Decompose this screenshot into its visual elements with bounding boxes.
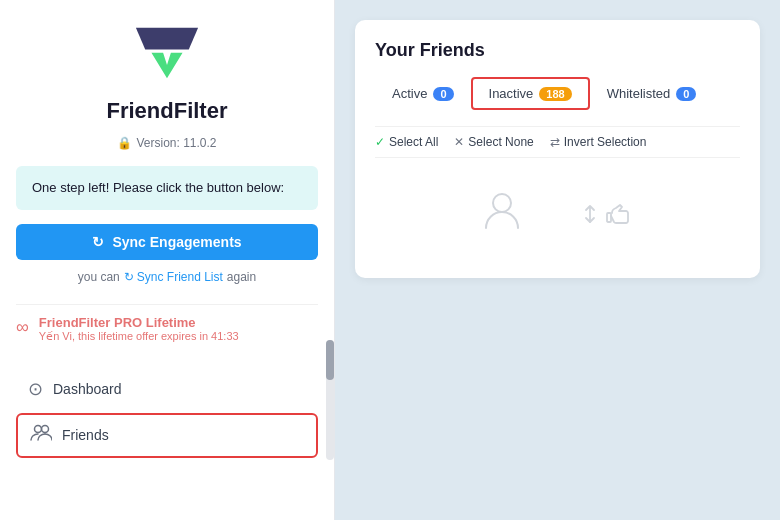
invert-selection-button[interactable]: ⇄ Invert Selection	[550, 135, 647, 149]
app-title: FriendFilter	[106, 98, 227, 124]
select-all-label: Select All	[389, 135, 438, 149]
svg-marker-0	[136, 28, 198, 50]
tab-inactive[interactable]: Inactive 188	[471, 77, 590, 110]
sync-engagements-button[interactable]: ↻ Sync Engagements	[16, 224, 318, 260]
dashboard-icon: ⊙	[28, 378, 43, 400]
scrollbar-thumb	[326, 340, 334, 380]
x-icon: ✕	[454, 135, 464, 149]
empty-sort-icon	[580, 200, 632, 228]
svg-rect-5	[607, 213, 611, 222]
svg-point-4	[493, 194, 511, 212]
svg-point-3	[42, 425, 49, 432]
empty-content-area	[375, 170, 740, 258]
friends-card: Your Friends Active 0 Inactive 188 White…	[355, 20, 760, 278]
info-message: One step left! Please click the button b…	[16, 166, 318, 210]
svg-marker-1	[151, 53, 182, 79]
nav-section: ⊙ Dashboard Friends	[16, 361, 318, 462]
sync-small-icon: ↻	[124, 270, 134, 284]
promo-title: FriendFilter PRO Lifetime	[39, 315, 239, 330]
tab-inactive-label: Inactive	[489, 86, 534, 101]
sidebar: FriendFilter 🔒 Version: 11.0.2 One step …	[0, 0, 335, 520]
app-logo	[127, 20, 207, 90]
promo-item: ∞ FriendFilter PRO Lifetime Yến Vi, this…	[16, 315, 318, 343]
select-none-button[interactable]: ✕ Select None	[454, 135, 533, 149]
lock-icon: 🔒	[117, 136, 132, 150]
svg-point-2	[35, 425, 42, 432]
promo-section: ∞ FriendFilter PRO Lifetime Yến Vi, this…	[16, 304, 318, 353]
tab-whitelisted[interactable]: Whitelisted 0	[590, 78, 714, 109]
tab-active[interactable]: Active 0	[375, 78, 471, 109]
check-icon: ✓	[375, 135, 385, 149]
select-none-label: Select None	[468, 135, 533, 149]
select-all-button[interactable]: ✓ Select All	[375, 135, 438, 149]
infinity-icon: ∞	[16, 317, 29, 338]
sidebar-item-label-dashboard: Dashboard	[53, 381, 122, 397]
sync-friend-list-row: you can ↻ Sync Friend List again	[78, 270, 256, 284]
swap-icon: ⇄	[550, 135, 560, 149]
tab-whitelisted-label: Whitelisted	[607, 86, 671, 101]
main-content: Your Friends Active 0 Inactive 188 White…	[335, 0, 780, 520]
promo-subtitle: Yến Vi, this lifetime offer expires in 4…	[39, 330, 239, 343]
tab-active-label: Active	[392, 86, 427, 101]
version-info: 🔒 Version: 11.0.2	[117, 136, 216, 150]
sidebar-item-label-friends: Friends	[62, 427, 109, 443]
sidebar-item-dashboard[interactable]: ⊙ Dashboard	[16, 369, 318, 409]
sync-friend-list-link[interactable]: ↻ Sync Friend List	[124, 270, 223, 284]
tab-whitelisted-badge: 0	[676, 87, 696, 101]
tab-inactive-badge: 188	[539, 87, 571, 101]
toolbar-row: ✓ Select All ✕ Select None ⇄ Invert Sele…	[375, 126, 740, 158]
invert-selection-label: Invert Selection	[564, 135, 647, 149]
sync-icon: ↻	[92, 234, 104, 250]
empty-user-icon	[484, 190, 520, 238]
sidebar-scrollbar[interactable]	[326, 340, 334, 460]
card-title: Your Friends	[375, 40, 740, 61]
friends-icon	[30, 424, 52, 447]
sidebar-item-friends[interactable]: Friends	[16, 413, 318, 458]
tab-active-badge: 0	[433, 87, 453, 101]
logo-container: FriendFilter	[106, 20, 227, 128]
tabs-row: Active 0 Inactive 188 Whitelisted 0	[375, 77, 740, 110]
